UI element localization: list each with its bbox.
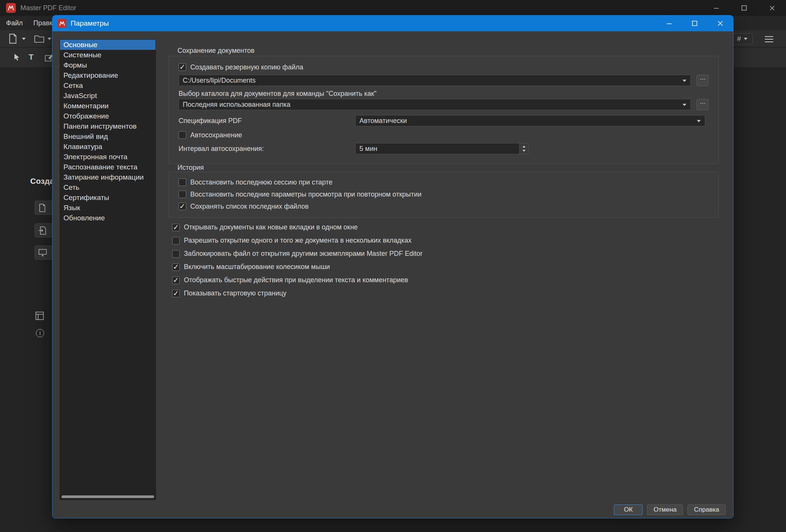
open-folder-icon <box>34 34 45 43</box>
dialog-minimize-button[interactable] <box>656 15 682 31</box>
info-link[interactable]: i <box>36 329 44 337</box>
autosave-interval-spinbox[interactable]: 5 мин <box>355 143 529 154</box>
open-file-dropdown[interactable] <box>48 36 51 42</box>
dialog-close-button[interactable] <box>707 15 733 31</box>
option-keep-recent-files[interactable]: Сохранять список последних файлов <box>179 201 709 212</box>
checkbox[interactable] <box>172 250 180 258</box>
cancel-button[interactable]: Отмена <box>647 504 683 515</box>
checkbox[interactable] <box>179 63 186 71</box>
checkbox[interactable] <box>172 277 180 284</box>
backup-path-value: C:/Users/lipi/Documents <box>183 77 256 85</box>
checkbox-label: Отображать быстрые действия при выделени… <box>184 276 408 284</box>
checkbox[interactable] <box>172 224 180 231</box>
close-icon <box>717 20 723 26</box>
save-as-dir-browse-button[interactable]: ... <box>697 99 709 110</box>
option-restore-last-session[interactable]: Восстановить последнюю сессию при старте <box>179 177 709 188</box>
minimize-icon <box>714 5 719 11</box>
info-icon: i <box>39 330 40 336</box>
spinner-buttons <box>519 143 528 154</box>
window-controls <box>702 0 786 16</box>
pdf-spec-combobox[interactable]: Автоматически <box>355 115 705 126</box>
open-file-button[interactable] <box>34 34 45 43</box>
sidebar-item-general[interactable]: Основные <box>60 40 156 50</box>
sidebar-item-certificates[interactable]: Сертификаты <box>60 192 156 203</box>
main-titlebar[interactable]: Master PDF Editor <box>0 0 786 16</box>
checkbox[interactable] <box>172 237 180 244</box>
new-document-button[interactable] <box>8 34 17 44</box>
page-grid-dropdown[interactable]: # <box>732 33 753 45</box>
option-autosave[interactable]: Автосохранение <box>179 130 709 140</box>
sidebar-item-appearance[interactable]: Внешний вид <box>60 131 156 141</box>
dialog-logo-icon <box>57 19 66 28</box>
backup-path-combobox[interactable]: C:/Users/lipi/Documents <box>179 75 691 86</box>
spin-down-button[interactable] <box>519 149 528 154</box>
option-create-backup[interactable]: Создавать резервную копию файла <box>179 62 709 72</box>
dialog-title: Параметры <box>71 19 109 28</box>
close-button[interactable] <box>758 0 786 16</box>
sidebar-item-keyboard[interactable]: Клавиатура <box>60 141 156 152</box>
sidebar-item-javascript[interactable]: JavaScript <box>60 91 156 101</box>
option-show-start-page[interactable]: Показывать стартовую страницу <box>172 287 422 300</box>
checkbox[interactable] <box>179 178 186 186</box>
text-tool-button[interactable]: T <box>29 52 34 62</box>
sidebar-item-system[interactable]: Системные <box>60 50 156 60</box>
sidebar-item-grid[interactable]: Сетка <box>60 80 156 91</box>
dialog-titlebar[interactable]: Параметры <box>52 15 733 31</box>
recent-files-icon <box>35 312 44 320</box>
sidebar-item-forms[interactable]: Формы <box>60 60 156 70</box>
option-lock-file[interactable]: Заблокировать файл от открытия другими э… <box>172 247 422 260</box>
text-tool-icon: T <box>29 52 34 62</box>
checkbox[interactable] <box>179 203 186 210</box>
group-saving: Создавать резервную копию файла C:/Users… <box>168 56 719 164</box>
new-document-dropdown[interactable] <box>22 36 26 42</box>
sidebar-item-redaction[interactable]: Затирание информации <box>60 172 156 182</box>
sidebar-item-update[interactable]: Обновление <box>60 213 156 223</box>
sidebar-item-email[interactable]: Электронная почта <box>60 152 156 162</box>
dialog-window-controls <box>656 15 733 31</box>
checkbox-label: Автосохранение <box>190 131 242 139</box>
option-restore-view-params[interactable]: Восстановить последние параметры просмот… <box>179 189 709 200</box>
grid-icon: # <box>737 35 741 43</box>
checkbox-label: Заблокировать файл от открытия другими э… <box>184 250 422 258</box>
checkbox-label: Создавать резервную копию файла <box>190 63 303 71</box>
autosave-interval-label: Интервал автосохранения: <box>179 145 355 153</box>
select-tool-button[interactable] <box>12 53 20 62</box>
checkbox[interactable] <box>172 263 180 271</box>
sidebar-item-display[interactable]: Отображение <box>60 111 156 121</box>
checkbox-label: Показывать стартовую страницу <box>184 289 287 297</box>
sidebar-item-toolbars[interactable]: Панели инструментов <box>60 121 156 131</box>
minimize-button[interactable] <box>702 0 730 16</box>
sidebar-item-text-recognition[interactable]: Распознавание текста <box>60 162 156 172</box>
dialog-body: Основные Системные Формы Редактирование … <box>52 31 733 518</box>
recent-files-link[interactable] <box>35 312 44 320</box>
backup-path-browse-button[interactable]: ... <box>697 75 709 86</box>
help-button[interactable]: Справка <box>687 504 726 515</box>
group-history: Восстановить последнюю сессию при старте… <box>168 172 719 218</box>
chevron-up-icon <box>522 144 526 148</box>
window-title: Master PDF Editor <box>20 4 76 12</box>
sidebar-item-editing[interactable]: Редактирование <box>60 70 156 80</box>
ok-button[interactable]: ОК <box>614 504 643 515</box>
checkbox-label: Восстановить последнюю сессию при старте <box>190 178 333 186</box>
spin-up-button[interactable] <box>519 143 528 149</box>
option-open-as-tabs[interactable]: Открывать документы как новые вкладки в … <box>172 221 422 234</box>
dialog-maximize-button[interactable] <box>682 15 707 31</box>
sidebar-item-comments[interactable]: Комментарии <box>60 101 156 111</box>
maximize-button[interactable] <box>730 0 758 16</box>
sidebar-scrollbar[interactable] <box>62 495 154 498</box>
save-as-dir-combobox[interactable]: Последняя использованная папка <box>179 99 691 110</box>
option-mouse-wheel-zoom[interactable]: Включить масштабирование колесиком мыши <box>172 260 422 274</box>
option-quick-actions[interactable]: Отображать быстрые действия при выделени… <box>172 274 422 287</box>
option-allow-multiple-tabs[interactable]: Разрешить открытие одного и того же доку… <box>172 234 422 247</box>
checkbox[interactable] <box>179 131 186 139</box>
scanner-icon <box>39 249 47 257</box>
checkbox[interactable] <box>172 290 180 297</box>
hamburger-icon <box>765 36 773 37</box>
menu-file[interactable]: Файл <box>2 16 27 30</box>
sidebar-item-network[interactable]: Сеть <box>60 182 156 192</box>
import-icon <box>39 226 47 235</box>
main-menu-button[interactable] <box>765 36 773 42</box>
settings-category-list: Основные Системные Формы Редактирование … <box>60 39 156 500</box>
checkbox[interactable] <box>179 191 186 198</box>
sidebar-item-language[interactable]: Язык <box>60 203 156 213</box>
